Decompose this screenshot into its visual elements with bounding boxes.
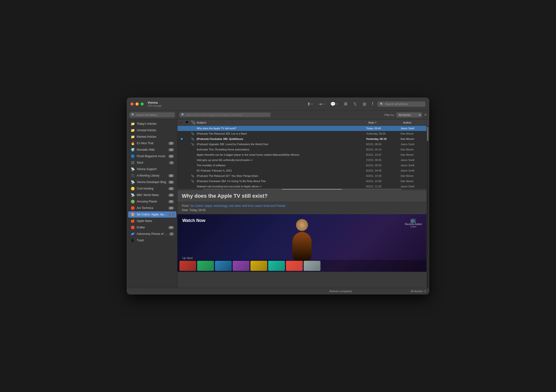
- article-date: Yesterday, 06:19: [366, 137, 400, 140]
- stack-button[interactable]: ⊞: [361, 101, 368, 108]
- table-row[interactable]: 📎(Podcast) Clockwise 384: I'm Going To B…: [178, 179, 426, 184]
- facebook-button[interactable]: f: [371, 101, 375, 108]
- sidebar-item-bbc-world-news[interactable]: 📡BBC World News29: [128, 192, 176, 198]
- article-subject: (Podcast) Upgrade 338: Loved by Podcaste…: [197, 143, 365, 146]
- global-search[interactable]: 🔍: [378, 102, 425, 107]
- right-panel-inner: Why does the Apple TV still exist?Today,…: [178, 126, 429, 288]
- monitor-button[interactable]: 🖥: [342, 101, 349, 108]
- sidebar-item-icon: 🌌: [131, 232, 135, 236]
- article-list: Why does the Apple TV still exist?Today,…: [178, 126, 426, 188]
- sidebar-item-badge: 10: [168, 187, 174, 190]
- sidebar-item-icon: 🟢: [131, 200, 135, 204]
- sidebar-item-trash[interactable]: 🗑Trash: [128, 237, 176, 243]
- article-list-header: 🔍 Filter by: All Articles Unread Article…: [178, 110, 429, 119]
- sidebar-item-kottke[interactable]: 🔴Kottke40: [128, 224, 176, 231]
- sidebar-item-apple-news[interactable]: 🍎Apple News: [128, 218, 176, 224]
- article-author: Dan Moren: [401, 132, 425, 135]
- stack-icon: ⊞: [363, 102, 366, 107]
- scroll-thumb[interactable]: [282, 189, 342, 190]
- article-date: 6/2/21, 04:49: [366, 169, 400, 172]
- sidebar-item-amusing-planet[interactable]: 🟢Amusing Planet25: [128, 198, 176, 205]
- sidebar-search-input[interactable]: [136, 113, 173, 116]
- sidebar-item-vienna-support[interactable]: 📡Vienna Support: [128, 166, 176, 172]
- sidebar-item-label: Kottke: [137, 226, 166, 229]
- statusbar: Refresh completed All Articles ▽: [127, 288, 429, 294]
- forward-button[interactable]: ⇥ ⇥: [317, 101, 326, 108]
- sidebar-item-icon: 📡: [131, 193, 135, 197]
- sidebar-item-a-working-library[interactable]: ⚫A Working Library50: [128, 172, 176, 179]
- sidebar-item-icon: 📡: [131, 180, 135, 184]
- sidebar-item-badge: 10: [168, 181, 174, 184]
- table-row[interactable]: Why does the Apple TV still exist?Today,…: [178, 126, 426, 131]
- titlebar: Vienna 275 Unread ⬆ ▾ ⇥ ⇥ 💬 ▾ 🖥 𝕏: [127, 98, 429, 110]
- article-subject: Why does the Apple TV still exist?: [197, 127, 365, 130]
- preview-meta: From: Six Colors: Apple, technology, and…: [178, 202, 426, 214]
- table-row[interactable]: 📎(Podcast) Upgrade 338: Loved by Podcast…: [178, 141, 426, 147]
- right-panel: 🔍 Filter by: All Articles Unread Article…: [178, 110, 429, 288]
- article-subject: (Podcast) The Rebound 328: Lex is a Bard: [197, 132, 365, 135]
- article-subject: 6C Podcast: February 5, 2021: [197, 169, 365, 172]
- sidebar-item-it-s-nice-that[interactable]: 🔥It's Nice That20: [128, 140, 176, 146]
- col-author-header[interactable]: Author: [403, 121, 427, 124]
- table-row[interactable]: 📎(Podcast) The Rebound 328: Lex is a Bar…: [178, 131, 426, 136]
- maximize-button[interactable]: [140, 102, 144, 106]
- sidebar-item-marked-articles[interactable]: 📁Marked Articles: [128, 134, 176, 140]
- col-subject-header[interactable]: Subject: [197, 121, 367, 124]
- sidebar-search-area: 🔍: [127, 110, 177, 119]
- filter-input[interactable]: [186, 113, 269, 116]
- sidebar-item-xkcd[interactable]: ✖️Xkcd3: [128, 159, 176, 166]
- table-row[interactable]: 📎(Podcast) The Rebound 327: You Slow Thi…: [178, 173, 426, 179]
- sidebar-item-today-s-articles[interactable]: 📁Today's Articles: [128, 121, 176, 127]
- date-label: Date:: [182, 208, 189, 212]
- table-row[interactable]: The mortality of software6/2/21, 05:53Ja…: [178, 163, 426, 168]
- filter-select[interactable]: All Articles Unread Articles Marked Arti…: [396, 112, 422, 117]
- clear-filter-button[interactable]: ✕: [424, 113, 427, 117]
- sidebar-item-badge: 50: [168, 174, 174, 177]
- article-date: 4/2/21, 13:43: [366, 174, 400, 177]
- thumbnail-strip: [178, 260, 426, 272]
- col-date-header[interactable]: Date ▾: [368, 121, 402, 124]
- tv-icon: 📺: [405, 217, 422, 223]
- sidebar-item-unread-articles[interactable]: 📁Unread Articles: [128, 127, 176, 133]
- col-read-icon: ○: [179, 120, 184, 125]
- search-input[interactable]: [385, 102, 423, 106]
- sidebar-item-cool-hunting[interactable]: 🟡Cool Hunting10: [128, 185, 176, 192]
- table-row[interactable]: Intel gins up some M1-unfriendly benchma…: [178, 157, 426, 163]
- article-author: Dan Moren: [401, 180, 425, 183]
- table-row[interactable]: Automate This: Revisiting Home automatio…: [178, 147, 426, 152]
- sidebar-item-nomadic-matt[interactable]: 🌍Nomadic Matt10: [128, 147, 176, 153]
- sidebar-item-badge: 29: [168, 194, 174, 197]
- subscribe-dropdown-icon: ▾: [311, 103, 313, 105]
- article-author: Dan Moren: [401, 148, 425, 151]
- article-date: 8/2/21, 23:47: [366, 153, 400, 156]
- table-row[interactable]: 📎(Podcast) Clockwise 385: QuibHouseYeste…: [178, 136, 426, 141]
- table-row[interactable]: Stalwart call-recording tool succumbs to…: [178, 184, 426, 188]
- traffic-lights: [131, 102, 144, 106]
- col-flag-icon: ⚑: [185, 120, 190, 125]
- article-date: 7/2/21, 00:45: [366, 159, 400, 161]
- sidebar-item-six-colors--apple--technology--an---[interactable]: 🎨Six Colors: Apple, technology, an...1: [128, 211, 176, 218]
- sidebar-item-astronomy-picture-of-the-day[interactable]: 🌌Astronomy Picture of the Day7: [128, 231, 176, 237]
- comment-button[interactable]: 💬 ▾: [329, 101, 339, 108]
- sidebar-item-flood-magazine-music[interactable]: 🔵Flood Magazine music50: [128, 153, 176, 159]
- article-subject: (Podcast) Clockwise 384: I'm Going To Be…: [197, 180, 365, 183]
- table-row[interactable]: 6C Podcast: February 5, 20216/2/21, 04:4…: [178, 168, 426, 173]
- subscribe-button[interactable]: ⬆ ▾: [306, 101, 314, 108]
- article-author: Jason Snell: [401, 127, 425, 130]
- sidebar-item-vienna-developer-blog[interactable]: 📡Vienna Developer Blog10: [128, 179, 176, 185]
- preview-title: Why does the Apple TV still exist?: [182, 193, 422, 199]
- article-author: Jason Snell: [401, 143, 425, 146]
- sidebar-search-input-wrapper[interactable]: 🔍: [130, 112, 175, 117]
- from-link[interactable]: Six Colors: Apple, technology, and other…: [190, 204, 286, 208]
- facebook-icon: f: [372, 102, 373, 107]
- article-author: Dan Moren: [401, 137, 425, 140]
- minimize-button[interactable]: [136, 102, 139, 106]
- table-row[interactable]: Apple HomeKit can be a bigger player in …: [178, 152, 426, 157]
- filter-input-wrapper[interactable]: 🔍: [179, 112, 270, 117]
- close-button[interactable]: [131, 102, 134, 106]
- twitter-button[interactable]: 𝕏: [352, 101, 358, 108]
- panel-scrollbar-thumb[interactable]: [427, 127, 428, 141]
- forward-icon: ⇥: [318, 102, 322, 107]
- sidebar-item-ars-technica[interactable]: 🔴Ars Technica20: [128, 205, 176, 211]
- sidebar-item-label: Apple News: [137, 219, 174, 223]
